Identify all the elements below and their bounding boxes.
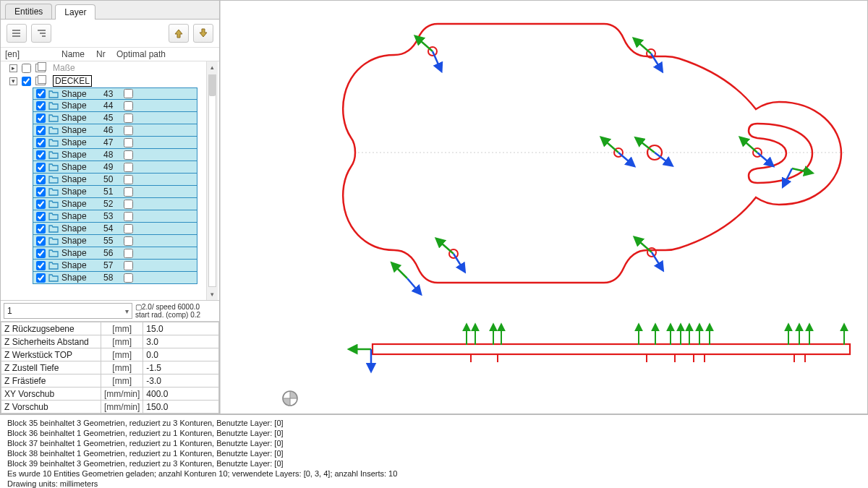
folder-icon	[48, 249, 59, 257]
shape-optimal[interactable]	[124, 101, 133, 111]
shape-optimal[interactable]	[124, 187, 133, 197]
shape-enable[interactable]	[36, 138, 46, 147]
left-panel: Entities Layer	[1, 1, 220, 414]
move-down-button[interactable]	[193, 24, 213, 43]
message-console[interactable]: Block 35 beinhaltet 3 Geometrien, reduzi…	[0, 414, 868, 488]
shape-optimal[interactable]	[124, 163, 133, 172]
shape-enable[interactable]	[36, 126, 46, 135]
shape-row[interactable]: Shape44	[33, 100, 197, 112]
tool-select[interactable]: 1 ▾	[4, 303, 132, 319]
shape-enable[interactable]	[36, 150, 46, 160]
collapse-all-button[interactable]	[7, 24, 27, 43]
shape-row[interactable]: Shape45	[33, 112, 197, 124]
shape-row[interactable]: Shape58	[33, 272, 197, 284]
svg-rect-31	[373, 344, 850, 354]
col-optimal[interactable]: Optimal path	[116, 49, 215, 59]
layer-enable-masse[interactable]	[22, 64, 31, 73]
col-name[interactable]: Name	[61, 49, 96, 59]
shape-nr: 55	[103, 236, 122, 246]
svg-line-10	[639, 43, 651, 53]
layer-icon	[35, 77, 46, 85]
scroll-down-icon[interactable]: ▾	[207, 288, 218, 300]
param-row: Z Zustell Tiefe[mm]-1.5	[1, 361, 219, 374]
shape-optimal[interactable]	[124, 200, 133, 209]
layer-tree[interactable]: ▸Maße▾DECKELShape43Shape44Shape45Shape46…	[1, 61, 219, 300]
shape-row[interactable]: Shape57	[33, 260, 197, 272]
shape-optimal[interactable]	[124, 89, 133, 98]
param-value[interactable]: -1.5	[143, 361, 219, 374]
shape-row[interactable]: Shape43	[33, 87, 197, 100]
chevron-down-icon: ▾	[125, 307, 129, 315]
shape-enable[interactable]	[36, 101, 46, 111]
param-value[interactable]: 400.0	[143, 388, 219, 401]
param-value[interactable]: 0.0	[143, 348, 219, 361]
layer-enable-deckel[interactable]	[22, 77, 31, 86]
shape-optimal[interactable]	[124, 224, 133, 234]
layer-row-deckel[interactable]: ▾DECKEL	[4, 74, 216, 87]
param-unit: [mm]	[101, 322, 143, 335]
shape-row[interactable]: Shape51	[33, 186, 197, 198]
tab-entities[interactable]: Entities	[5, 4, 52, 19]
shape-optimal[interactable]	[124, 175, 133, 184]
shape-row[interactable]: Shape52	[33, 198, 197, 210]
shape-enable[interactable]	[36, 114, 46, 123]
shape-enable[interactable]	[36, 261, 46, 270]
param-label: Z Vorschub	[1, 401, 101, 414]
param-value[interactable]: 3.0	[143, 335, 219, 348]
shape-enable[interactable]	[36, 163, 46, 172]
collapse-icon[interactable]: ▾	[9, 77, 17, 85]
svg-line-8	[433, 51, 438, 64]
shape-enable[interactable]	[36, 175, 46, 184]
tree-toolbar	[1, 20, 219, 48]
scroll-thumb[interactable]	[209, 74, 216, 96]
shape-row[interactable]: Shape49	[33, 161, 197, 174]
shape-row[interactable]: Shape53	[33, 210, 197, 223]
cutting-params: Z Rückzugsebene[mm]15.0Z Sicherheits Abs…	[1, 322, 219, 414]
shape-optimal[interactable]	[124, 126, 133, 135]
param-value[interactable]: 15.0	[143, 322, 219, 335]
shape-enable[interactable]	[36, 249, 46, 258]
shape-enable[interactable]	[36, 89, 46, 98]
shape-optimal[interactable]	[124, 236, 133, 246]
shape-row[interactable]: Shape47	[33, 137, 197, 149]
shape-row[interactable]: Shape46	[33, 124, 197, 137]
folder-icon	[48, 150, 59, 159]
shape-enable[interactable]	[36, 224, 46, 234]
col-nr[interactable]: Nr	[96, 49, 116, 59]
move-up-button[interactable]	[169, 24, 189, 43]
shape-enable[interactable]	[36, 212, 46, 221]
drawing-canvas[interactable]	[220, 1, 867, 414]
layer-name-input[interactable]: DECKEL	[53, 75, 92, 87]
shape-name: Shape	[61, 236, 103, 246]
col-enable[interactable]: [en]	[5, 49, 61, 59]
folder-icon	[48, 187, 59, 196]
shape-name: Shape	[61, 162, 103, 172]
shape-enable[interactable]	[36, 187, 46, 197]
expand-all-button[interactable]	[31, 24, 51, 43]
shape-optimal[interactable]	[124, 273, 133, 283]
shape-row[interactable]: Shape55	[33, 235, 197, 247]
shape-row[interactable]: Shape54	[33, 223, 197, 235]
shape-enable[interactable]	[36, 273, 46, 283]
shape-row[interactable]: Shape48	[33, 149, 197, 161]
scroll-up-icon[interactable]: ▴	[207, 61, 218, 73]
param-unit: [mm]	[101, 348, 143, 361]
param-value[interactable]: 150.0	[143, 401, 219, 414]
tab-layer[interactable]: Layer	[55, 4, 95, 20]
shape-optimal[interactable]	[124, 249, 133, 258]
expand-icon[interactable]: ▸	[9, 64, 17, 72]
console-line: Block 39 beinhaltet 3 Geometrien, reduzi…	[7, 458, 861, 468]
shape-optimal[interactable]	[124, 150, 133, 160]
shape-optimal[interactable]	[124, 261, 133, 270]
shape-optimal[interactable]	[124, 114, 133, 123]
param-value[interactable]: -3.0	[143, 374, 219, 388]
shape-row[interactable]: Shape56	[33, 247, 197, 260]
shape-enable[interactable]	[36, 200, 46, 209]
shape-enable[interactable]	[36, 236, 46, 246]
shape-optimal[interactable]	[124, 212, 133, 221]
tree-scrollbar[interactable]: ▴ ▾	[206, 61, 218, 300]
shape-optimal[interactable]	[124, 138, 133, 147]
svg-line-19	[607, 142, 618, 153]
shape-row[interactable]: Shape50	[33, 174, 197, 186]
layer-row-masse[interactable]: ▸Maße	[4, 61, 216, 74]
